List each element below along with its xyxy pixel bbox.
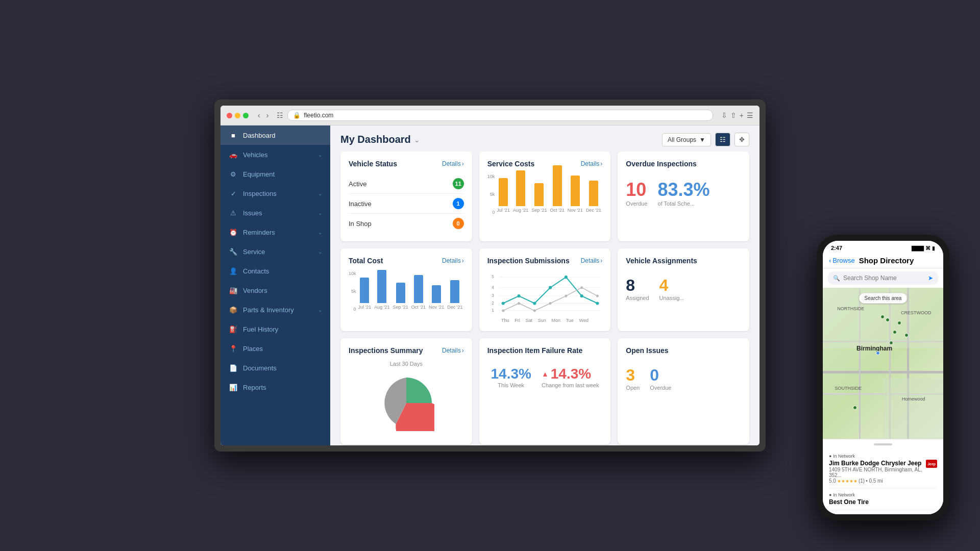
phone-nav: ‹ Browse Shop Directory	[823, 253, 943, 268]
dashboard-grid: Vehicle Status Details › Active 11	[330, 152, 760, 445]
phone-search-bar[interactable]: 🔍 ➤	[828, 271, 938, 285]
inspections-summary-card: Inspections Summary Details › Last 30 Da…	[340, 338, 472, 444]
sidebar-item-fuel[interactable]: ⛽ Fuel History	[220, 319, 330, 339]
open-label: Open	[626, 385, 640, 391]
equipment-icon: ⚙	[229, 169, 238, 179]
overdue-issues-label: Overdue	[650, 385, 671, 391]
in-shop-badge: 0	[453, 218, 464, 229]
share-button[interactable]: ⇧	[730, 111, 737, 119]
chevron-down-icon-issues: ⌄	[318, 210, 322, 216]
wifi-icon: ⌘	[925, 245, 930, 251]
phone-back-button[interactable]: ‹ Browse	[829, 257, 855, 264]
main-header: My Dashboard ⌄ All Groups ▼ ☷ ✥	[330, 126, 760, 152]
phone-search-input[interactable]	[843, 274, 925, 282]
total-cost-details-link[interactable]: Details ›	[442, 257, 464, 264]
download-button[interactable]: ⇩	[721, 111, 727, 119]
chevron-down-icon-service: ⌄	[318, 249, 322, 255]
fullscreen-button[interactable]	[243, 113, 249, 118]
tabs-button[interactable]: ☰	[747, 111, 753, 119]
fuel-icon: ⛽	[229, 324, 238, 334]
map-pin-5[interactable]	[889, 341, 893, 345]
failure-this-week: 14.3%	[491, 366, 531, 382]
svg-text:3: 3	[492, 293, 494, 298]
search-area-button[interactable]: Search this area	[859, 293, 908, 304]
svg-point-11	[517, 294, 520, 297]
inspection-failure-rate-title: Inspection Item Failure Rate	[487, 346, 583, 355]
close-button[interactable]	[227, 113, 232, 118]
shop-name-2: Best One Tire	[829, 498, 937, 506]
map-pin-3[interactable]	[893, 330, 897, 334]
sidebar-item-inspections[interactable]: ✓ Inspections ⌄	[220, 184, 330, 203]
grid-view-button[interactable]: ☷	[715, 133, 730, 146]
inspection-submissions-details-link[interactable]: Details ›	[581, 257, 603, 264]
svg-text:2: 2	[492, 301, 494, 306]
status-row-in-shop: In Shop 0	[349, 214, 464, 233]
birmingham-label: Birmingham	[856, 345, 892, 352]
minimize-button[interactable]	[235, 113, 240, 118]
northside-label: NORTHSIDE	[837, 306, 864, 311]
map-pin-1[interactable]	[886, 318, 890, 322]
map-pin-7[interactable]	[853, 406, 857, 410]
contacts-icon: 👤	[229, 266, 238, 276]
overdue-count: 10	[626, 179, 647, 201]
page-title-chevron-icon[interactable]: ⌄	[414, 136, 420, 144]
assignment-stats: 8 Assigned 4 Unassig...	[626, 271, 741, 306]
new-tab-button[interactable]: +	[740, 111, 744, 119]
svg-point-15	[580, 294, 583, 297]
service-costs-card: Service Costs Details › 10k5k0	[479, 152, 611, 241]
svg-point-18	[518, 302, 520, 305]
sidebar-item-contacts[interactable]: 👤 Contacts	[220, 261, 330, 281]
chevron-down-icon-inspections: ⌄	[318, 191, 322, 196]
phone-map[interactable]: NORTHSIDE CRESTWOOD Birmingham SOUTHSIDE…	[823, 288, 943, 439]
sidebar-item-issues[interactable]: ⚠ Issues ⌄	[220, 203, 330, 222]
sidebar-item-reports[interactable]: 📊 Reports	[220, 378, 330, 397]
back-button[interactable]: ‹	[256, 110, 262, 120]
vehicle-assignments-title: Vehicle Assignments	[626, 257, 697, 265]
crestwood-label: CRESTWOOD	[901, 310, 932, 315]
svg-point-16	[596, 302, 599, 305]
service-costs-details-link[interactable]: Details ›	[581, 160, 603, 167]
sidebar-item-equipment[interactable]: ⚙ Equipment	[220, 164, 330, 184]
sidebar-item-vendors[interactable]: 🏭 Vendors	[220, 281, 330, 300]
svg-text:4: 4	[492, 285, 494, 290]
open-issues-card: Open Issues 3 Open 0 Overdue	[618, 338, 749, 444]
failure-change-label: Change from last week	[542, 382, 599, 388]
y-axis: 10k5k0	[487, 174, 495, 215]
shop-item-2[interactable]: ● In Network Best One Tire	[829, 488, 937, 510]
svg-point-13	[549, 286, 552, 289]
sheet-handle[interactable]	[874, 443, 892, 445]
in-shop-label: In Shop	[349, 220, 372, 228]
svg-point-10	[501, 302, 504, 305]
phone-status-bar: 2:47 ▇▇▇ ⌘ ▮	[823, 241, 943, 253]
sidebar-item-service[interactable]: 🔧 Service ⌄	[220, 242, 330, 261]
vehicles-icon: 🚗	[229, 150, 238, 159]
inspections-summary-details-link[interactable]: Details ›	[442, 347, 464, 354]
sidebar-item-documents[interactable]: 📄 Documents	[220, 358, 330, 378]
shop-item-1[interactable]: ● In Network Jim Burke Dodge Chrysler Je…	[829, 449, 937, 488]
sidebar-toggle-button[interactable]: ☷	[277, 111, 283, 119]
browser-chrome: ‹ › ☷ 🔒 fleetio.com ⇩ ⇧ + ☰	[220, 106, 760, 126]
sidebar-item-vehicles[interactable]: 🚗 Vehicles ⌄	[220, 145, 330, 164]
sidebar-item-parts[interactable]: 📦 Parts & Inventory ⌄	[220, 300, 330, 319]
signal-icon: ▇▇▇	[912, 245, 924, 251]
inactive-label: Inactive	[349, 200, 372, 208]
forward-button[interactable]: ›	[264, 110, 271, 120]
service-icon: 🔧	[229, 247, 238, 256]
inactive-badge: 1	[453, 198, 464, 209]
sidebar-item-reminders[interactable]: ⏰ Reminders ⌄	[220, 222, 330, 242]
overdue-inspections-title: Overdue Inspections	[626, 160, 696, 168]
inspection-submissions-chart: 5 4 3 2 1	[487, 271, 603, 323]
status-row-inactive: Inactive 1	[349, 194, 464, 214]
overdue-percent-label: of Total Sche...	[658, 201, 710, 207]
inspections-icon: ✓	[229, 189, 238, 198]
last-30-label: Last 30 Days	[349, 361, 464, 367]
sidebar-label-reminders: Reminders	[243, 229, 313, 236]
sidebar-item-places[interactable]: 📍 Places	[220, 339, 330, 358]
group-selector[interactable]: All Groups ▼	[662, 133, 711, 146]
address-bar[interactable]: 🔒 fleetio.com	[287, 110, 713, 121]
vehicle-status-details-link[interactable]: Details ›	[442, 160, 464, 167]
expand-view-button[interactable]: ✥	[734, 133, 749, 146]
service-costs-chart: 10k5k0 Jul '21 Aug '21 Sep '21 Oct '21 N…	[487, 174, 603, 215]
sidebar-item-dashboard[interactable]: ■ Dashboard	[220, 126, 330, 145]
issues-stats: 3 Open 0 Overdue	[626, 361, 741, 396]
